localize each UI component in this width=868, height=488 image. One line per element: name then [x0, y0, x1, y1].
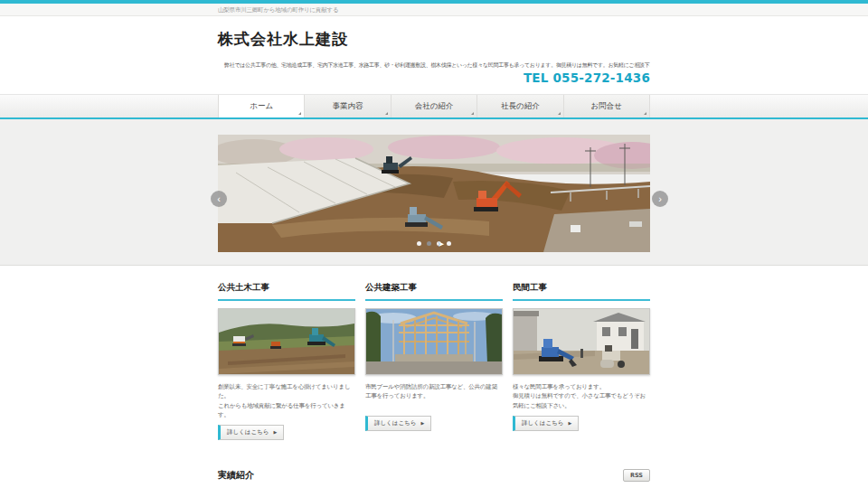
results-title: 実績紹介	[218, 469, 254, 482]
phone-number: TEL 055-272-1436	[218, 70, 650, 85]
more-link-label: 詳しくはこちら	[522, 419, 563, 427]
corner-mark-icon	[644, 112, 646, 115]
site-tagline: 山梨県市川三郷町から地域の町作りに貢献する	[218, 4, 650, 16]
carousel-dot[interactable]	[417, 241, 421, 246]
nav-item-president[interactable]: 社長の紹介	[477, 95, 563, 117]
service-column-private: 民間工事	[513, 282, 650, 440]
service-photo-building[interactable]	[365, 308, 503, 375]
nav-item-label: 会社の紹介	[415, 101, 454, 110]
main-nav: ホーム 事業内容 会社の紹介 社長の紹介 お問合せ	[0, 94, 868, 119]
more-link-civil[interactable]: 詳しくはこちら▶	[218, 425, 284, 440]
nav-item-company[interactable]: 会社の紹介	[392, 95, 477, 117]
corner-mark-icon	[385, 112, 388, 115]
nav-item-label: 社長の紹介	[501, 101, 540, 110]
rss-button[interactable]: RSS	[623, 469, 650, 482]
service-column-building: 公共建築工事	[365, 282, 503, 440]
main-content: 公共土木工事	[218, 282, 650, 488]
service-description: 市民プールや消防詰所の新設工事など、公共の建築工事を行っております。	[365, 382, 503, 411]
mouse-cursor-icon: ➤	[438, 239, 445, 249]
corner-mark-icon	[558, 112, 561, 115]
more-link-private[interactable]: 詳しくはこちら▶	[513, 416, 579, 431]
carousel-dots	[218, 241, 650, 247]
nav-item-home[interactable]: ホーム	[218, 95, 305, 117]
nav-item-contact[interactable]: お問合せ	[564, 95, 650, 117]
corner-mark-icon	[298, 112, 301, 115]
company-description: 弊社では公共工事の他、宅地造成工事、宅内下水道工事、水路工事、砂・砂利運搬敷設、…	[218, 61, 650, 70]
service-column-civil: 公共土木工事	[218, 282, 355, 440]
service-photo-private[interactable]	[513, 308, 650, 375]
tagline-bar: 山梨県市川三郷町から地域の町作りに貢献する	[0, 4, 868, 16]
carousel-dot[interactable]	[427, 241, 431, 246]
arrow-right-icon: ▶	[420, 420, 424, 426]
service-photo-civil[interactable]	[218, 308, 355, 375]
carousel-next-button[interactable]: ›	[652, 191, 668, 207]
service-description: 様々な民間工事を承っております。 御見積りは無料ですので、小さな工事でもどうぞお…	[513, 382, 650, 411]
company-name: 株式会社水上建設	[218, 29, 650, 50]
service-title: 民間工事	[513, 282, 650, 301]
carousel-prev-button[interactable]: ‹	[211, 191, 227, 207]
more-link-label: 詳しくはこちら	[374, 419, 416, 427]
nav-item-services[interactable]: 事業内容	[305, 95, 391, 117]
more-link-building[interactable]: 詳しくはこちら▶	[365, 416, 431, 431]
nav-item-label: 事業内容	[333, 101, 363, 110]
site-header: 株式会社水上建設 弊社では公共工事の他、宅地造成工事、宅内下水道工事、水路工事、…	[0, 16, 868, 94]
carousel-slide: ‹ › ➤	[218, 135, 650, 252]
arrow-right-icon: ▶	[273, 429, 277, 435]
carousel-dot[interactable]	[447, 241, 451, 246]
nav-item-label: ホーム	[250, 101, 273, 110]
more-link-label: 詳しくはこちら	[227, 428, 269, 436]
carousel-section: ‹ › ➤	[0, 119, 868, 266]
carousel-photo	[218, 135, 650, 252]
nav-item-label: お問合せ	[591, 101, 622, 110]
arrow-right-icon: ▶	[568, 420, 571, 426]
corner-mark-icon	[471, 112, 474, 115]
results-section: 実績紹介 RSS 市川三郷地区 農道1号改良舗装工事	[218, 469, 650, 488]
service-description: 創業以来、安全に丁寧な施工を心掛けてまいりました。 これからも地域貢献に繋がる仕…	[218, 382, 355, 420]
service-title: 公共建築工事	[365, 282, 503, 301]
service-title: 公共土木工事	[218, 282, 355, 301]
